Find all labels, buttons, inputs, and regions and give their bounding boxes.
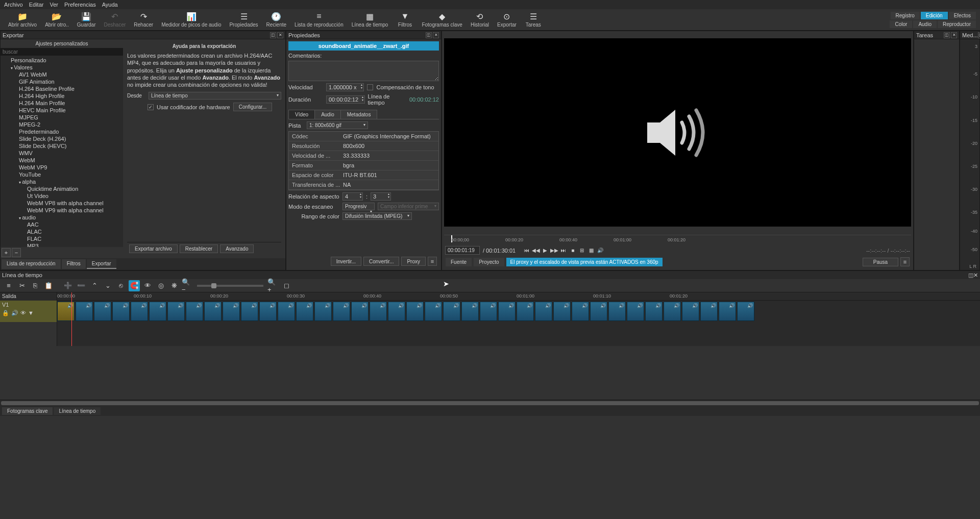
video-preview[interactable] [444, 38, 911, 227]
menu-ayuda[interactable]: Ayuda [102, 2, 118, 8]
timeline-clip[interactable]: 🔊 [700, 302, 718, 321]
cut-button[interactable]: ✂ [16, 280, 28, 291]
close-icon[interactable]: ✕ [433, 32, 439, 38]
remove-button[interactable]: ➖ [76, 280, 87, 291]
properties-button[interactable]: ☰Propiedades [225, 11, 262, 29]
close-icon[interactable]: ✕ [973, 272, 978, 278]
preset-search-input[interactable] [1, 48, 123, 56]
peak-meter-button[interactable]: 📊Medidor de picos de audio [157, 11, 225, 29]
timeline-clip[interactable]: 🔊 [627, 302, 644, 321]
skip-end-button[interactable]: ⏭ [559, 246, 568, 255]
preset-item[interactable]: Slide Deck (H.264) [1, 135, 123, 142]
timeline-clip[interactable]: 🔊 [553, 302, 571, 321]
source-tab[interactable]: Fuente [446, 258, 472, 266]
stop-button[interactable]: ■ [569, 246, 577, 255]
timeline-scrollbar[interactable] [0, 400, 980, 406]
scan-select[interactable]: Progresiv [342, 203, 375, 210]
menu-editar[interactable]: Editar [29, 2, 44, 8]
invert-button[interactable]: Invertir... [331, 257, 361, 266]
aspect-w-input[interactable]: 4 [342, 192, 363, 201]
snap-button[interactable]: 🧲 [129, 280, 140, 291]
open-file-button[interactable]: 📁Abrir archivo [4, 11, 41, 29]
timeline-clip[interactable]: 🔊 [572, 302, 589, 321]
timeline-clip[interactable]: 🔊 [351, 302, 369, 321]
undock-icon[interactable]: ◫ [270, 32, 276, 38]
remove-preset-button[interactable]: − [12, 248, 21, 257]
zoom-fit-button[interactable]: ◻ [281, 280, 292, 291]
volume-button[interactable]: 🔊 [596, 246, 604, 255]
timeline-clip[interactable]: 🔊 [131, 302, 148, 321]
preset-item[interactable]: WebM [1, 157, 123, 164]
export-button[interactable]: ⊙Exportar [493, 11, 521, 29]
prev-frame-button[interactable]: ◀◀ [532, 246, 540, 255]
layout-registro[interactable]: Registro [891, 12, 920, 19]
preset-item[interactable]: H.264 Main Profile [1, 100, 123, 107]
preset-item[interactable]: MP3 [1, 242, 123, 247]
menu-button[interactable]: ≡ [428, 257, 437, 266]
scrub-bar[interactable]: 00:00;00 00:00:20 00:00:40 00:01:00 00:0… [444, 235, 911, 245]
timeline-clip[interactable]: 🔊 [76, 302, 93, 321]
timeline-clip[interactable]: 🔊 [608, 302, 626, 321]
paste-button[interactable]: 📋 [43, 280, 54, 291]
preset-item[interactable]: MJPEG [1, 114, 123, 121]
export-file-button[interactable]: Exportar archivo [129, 244, 178, 253]
timeline-clip[interactable]: 🔊 [223, 302, 240, 321]
timeline-button[interactable]: ▦Línea de tiempo [348, 11, 393, 29]
pitch-checkbox[interactable] [367, 84, 373, 90]
preset-group[interactable]: Valores [1, 64, 123, 71]
ripple-all-button[interactable]: ❋ [168, 280, 180, 291]
zoom-out-button[interactable]: 🔍− [182, 280, 193, 291]
timeline-clip[interactable]: 🔊 [535, 302, 552, 321]
preset-item[interactable]: MPEG-2 [1, 121, 123, 128]
undock-icon[interactable]: ◫ [968, 272, 973, 278]
append-button[interactable]: ➕ [62, 280, 74, 291]
preset-item[interactable]: ALAC [1, 228, 123, 235]
lock-icon[interactable]: 🔒 [2, 310, 9, 316]
zoom-in-button[interactable]: 🔍+ [267, 280, 279, 291]
from-select[interactable]: Línea de tiempo [149, 92, 281, 100]
play-button[interactable]: ▶ [541, 246, 549, 255]
hw-encoder-checkbox[interactable]: ✓ [148, 104, 154, 110]
tab-playlist[interactable]: Lista de reproducción [2, 259, 61, 269]
layout-reproductor[interactable]: Reproductor [938, 20, 976, 28]
filter-icon[interactable]: ▼ [28, 310, 34, 316]
playlist-button[interactable]: ≡Lista de reproducción [290, 11, 348, 29]
preset-item[interactable]: WMV [1, 150, 123, 157]
track-header-v1[interactable]: V1 🔒 🔊 👁 ▼ [0, 301, 57, 322]
tasks-button[interactable]: ☰Tareas [521, 11, 546, 29]
current-tc[interactable]: 00:00:01:19 [445, 246, 480, 255]
tab-metadata[interactable]: Metadatos [340, 110, 378, 119]
preset-group[interactable]: alpha [1, 178, 123, 185]
menu-preferencias[interactable]: Preferencias [64, 2, 96, 8]
preset-item[interactable]: Predeterminado [1, 128, 123, 135]
timeline-clip[interactable]: 🔊 [443, 302, 460, 321]
timeline-clip[interactable]: 🔊 [314, 302, 332, 321]
menu-archivo[interactable]: Archivo [4, 2, 23, 8]
timeline-clip[interactable]: 🔊 [388, 302, 405, 321]
timeline-clip[interactable]: 🔊 [737, 302, 754, 321]
preset-item[interactable]: YouTube [1, 171, 123, 178]
track-select[interactable]: 1: 800x600 gif [307, 121, 368, 129]
layout-efectos[interactable]: Efectos [949, 12, 976, 19]
proxy-button[interactable]: Proxy [401, 257, 426, 266]
timeline-clip[interactable]: 🔊 [370, 302, 387, 321]
aspect-h-input[interactable]: 3 [371, 192, 391, 201]
timeline-clip[interactable]: 🔊 [204, 302, 222, 321]
save-button[interactable]: 💾Guardar [73, 11, 100, 29]
layout-color[interactable]: Color [890, 20, 912, 28]
timeline-clip[interactable]: 🔊 [590, 302, 607, 321]
scrub-button[interactable]: 👁 [142, 280, 153, 291]
timeline-clip[interactable]: 🔊 [94, 302, 111, 321]
hide-icon[interactable]: 👁 [20, 310, 26, 316]
close-icon[interactable]: ✕ [277, 32, 283, 38]
range-select[interactable]: Difusión limitada (MPEG) [342, 212, 412, 220]
speed-input[interactable]: 1.000000 x [326, 83, 364, 91]
ripple-button[interactable]: ◎ [155, 280, 166, 291]
timeline-clip[interactable]: 🔊 [149, 302, 166, 321]
project-tab[interactable]: Proyecto [474, 258, 504, 266]
preset-item[interactable]: GIF Animation [1, 78, 123, 85]
undo-button[interactable]: ↶Deshacer [100, 11, 130, 29]
add-preset-button[interactable]: + [2, 248, 11, 257]
tab-filters[interactable]: Filtros [62, 259, 86, 269]
tab-audio[interactable]: Audio [314, 110, 341, 119]
